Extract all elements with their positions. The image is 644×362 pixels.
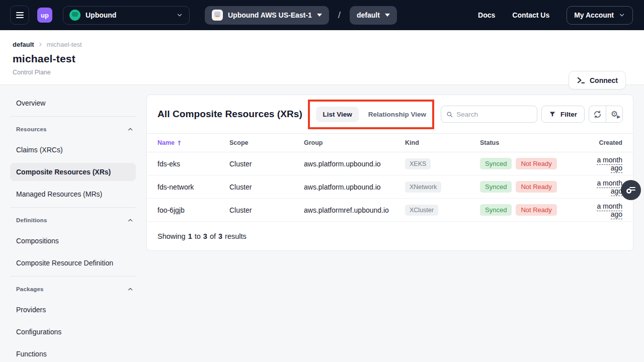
refresh-icon — [593, 110, 602, 119]
sidebar-item-composite-resources[interactable]: Composite Resources (XRs) — [10, 163, 136, 181]
cell-scope: Cluster — [229, 160, 304, 168]
group-selector[interactable]: default — [350, 6, 397, 25]
terminal-icon — [577, 76, 585, 84]
cell-scope: Cluster — [229, 183, 304, 191]
my-account-menu[interactable]: My Account — [567, 6, 633, 25]
chevron-down-icon — [317, 14, 322, 17]
upbound-logo[interactable]: up — [37, 8, 52, 23]
cell-status: Synced Not Ready — [480, 158, 584, 169]
organization-selector[interactable]: Upbound — [63, 6, 190, 25]
result-total: 3 — [218, 232, 222, 240]
page-header: default michael-test michael-test Contro… — [0, 30, 644, 85]
cell-created: a month ago — [584, 156, 622, 172]
kind-badge: XEKS — [405, 158, 431, 169]
cell-kind: XCluster — [405, 205, 480, 216]
control-plane-icon — [212, 10, 223, 21]
sidebar-divider — [10, 276, 136, 277]
breadcrumb-current: michael-test — [47, 41, 82, 48]
result-to: 3 — [203, 232, 207, 240]
organization-avatar-icon — [69, 10, 80, 21]
column-header-group[interactable]: Group — [304, 139, 405, 146]
cell-name: foo-6jgjb — [157, 206, 229, 214]
connect-button[interactable]: Connect — [569, 71, 626, 89]
hamburger-menu-button[interactable] — [10, 6, 29, 25]
synced-badge: Synced — [480, 158, 512, 169]
control-plane-name: Upbound AWS US-East-1 — [228, 11, 312, 19]
chevron-down-icon — [385, 14, 390, 17]
path-separator: / — [338, 10, 341, 21]
table-row[interactable]: fds-network Cluster aws.platform.upbound… — [147, 175, 633, 199]
table-row[interactable]: foo-6jgjb Cluster aws.platformref.upboun… — [147, 199, 633, 222]
list-view-toggle[interactable]: List View — [316, 107, 358, 122]
chevron-right-icon — [37, 41, 44, 48]
chevron-up-icon — [127, 286, 134, 293]
cell-name: fds-eks — [157, 160, 229, 168]
panel-header: All Composite Resources (XRs) List View … — [147, 95, 633, 134]
result-from: 1 — [188, 232, 192, 240]
sidebar-item-xrd[interactable]: Composite Resource Definition — [10, 254, 136, 272]
sidebar-divider — [10, 207, 136, 208]
organization-name: Upbound — [86, 11, 171, 19]
relative-time: a month ago — [597, 202, 622, 219]
search-box — [441, 106, 537, 123]
sidebar-item-configurations[interactable]: Configurations — [10, 323, 136, 341]
chevron-down-icon — [618, 12, 625, 19]
panel-title: All Composite Resources (XRs) — [157, 109, 308, 120]
refresh-button[interactable] — [589, 106, 606, 122]
control-plane-selector[interactable]: Upbound AWS US-East-1 — [205, 6, 329, 25]
sidebar-item-claims[interactable]: Claims (XRCs) — [10, 141, 136, 159]
relationship-view-toggle[interactable]: Relationship View — [368, 111, 426, 118]
kind-badge: XNetwork — [405, 182, 441, 193]
filter-button[interactable]: Filter — [541, 106, 585, 123]
cell-kind: XEKS — [405, 158, 480, 169]
cell-group: aws.platform.upbound.io — [304, 160, 405, 168]
composite-resources-panel: All Composite Resources (XRs) List View … — [146, 95, 633, 251]
column-header-kind[interactable]: Kind — [405, 139, 480, 146]
cell-created: a month ago — [584, 202, 622, 218]
sidebar-item-compositions[interactable]: Compositions — [10, 232, 136, 250]
section-label: Resources — [16, 126, 47, 132]
search-input[interactable] — [456, 111, 532, 118]
cell-created: a month ago — [584, 179, 622, 195]
search-icon — [446, 111, 453, 118]
cell-status: Synced Not Ready — [480, 204, 584, 216]
auto-refresh-settings-button[interactable]: ⚙▶ — [606, 106, 622, 122]
sidebar-divider — [10, 116, 136, 117]
docs-link[interactable]: Docs — [478, 11, 495, 19]
sidebar-section-definitions[interactable]: Definitions — [10, 215, 136, 226]
kind-badge: XCluster — [405, 205, 438, 216]
filter-funnel-icon — [549, 111, 556, 118]
column-header-scope[interactable]: Scope — [229, 139, 304, 146]
cell-group: aws.platform.upbound.io — [304, 183, 405, 191]
sidebar-section-resources[interactable]: Resources — [10, 124, 136, 135]
breadcrumb-root[interactable]: default — [13, 41, 34, 48]
not-ready-badge: Not Ready — [516, 158, 556, 169]
table-header-row: Name ↑ Scope Group Kind Status Created — [147, 134, 633, 152]
not-ready-badge: Not Ready — [516, 181, 556, 193]
top-nav: up Upbound Upbound AWS US-East-1 / defau… — [0, 0, 644, 30]
column-header-status[interactable]: Status — [480, 139, 584, 146]
table-row[interactable]: fds-eks Cluster aws.platform.upbound.io … — [147, 152, 633, 175]
sidebar-item-functions[interactable]: Functions — [10, 345, 136, 362]
contact-us-link[interactable]: Contact Us — [512, 11, 549, 19]
chevron-down-icon — [176, 12, 183, 19]
sidebar-item-overview[interactable]: Overview — [10, 94, 136, 112]
chevron-up-icon — [127, 126, 134, 133]
chevron-up-icon — [127, 217, 134, 224]
not-ready-badge: Not Ready — [516, 204, 556, 216]
synced-badge: Synced — [480, 181, 512, 193]
cell-kind: XNetwork — [405, 182, 480, 193]
sidebar-item-managed-resources[interactable]: Managed Resources (MRs) — [10, 185, 136, 203]
column-header-created[interactable]: Created — [584, 139, 622, 146]
column-header-name[interactable]: Name ↑ — [157, 139, 229, 147]
sidebar-section-packages[interactable]: Packages — [10, 284, 136, 295]
page-title: michael-test — [13, 53, 644, 65]
cell-name: fds-network — [157, 183, 229, 191]
cell-scope: Cluster — [229, 206, 304, 214]
sidebar-item-providers[interactable]: Providers — [10, 301, 136, 319]
sort-asc-icon: ↑ — [177, 139, 182, 147]
synced-badge: Synced — [480, 204, 512, 216]
section-label: Definitions — [16, 217, 47, 223]
feedback-widget-button[interactable] — [622, 182, 639, 199]
group-name: default — [357, 11, 380, 19]
